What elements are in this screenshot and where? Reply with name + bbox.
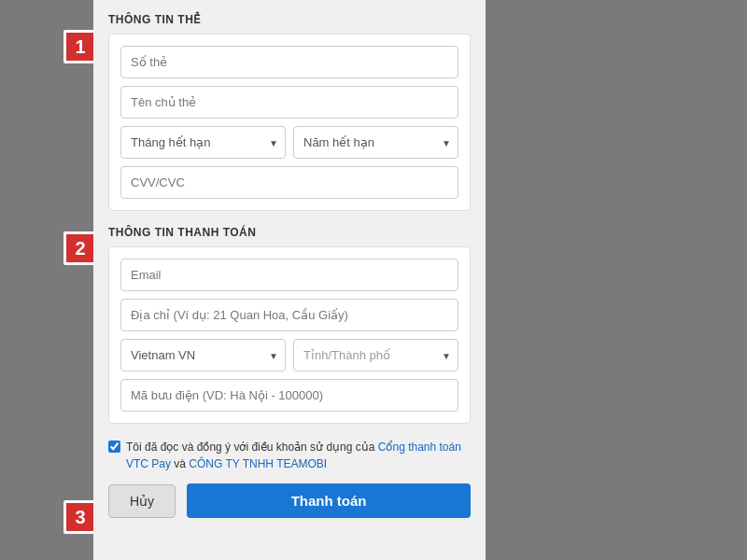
step-badge-1: 1 [63,30,97,63]
cancel-button[interactable]: Hủy [108,484,176,518]
expiry-month-select[interactable]: Tháng hết hạn [120,126,286,159]
postal-input[interactable] [120,379,458,412]
button-row: Hủy Thanh toán [108,483,471,518]
teamobi-link[interactable]: CÔNG TY TNHH TEAMOBI [189,457,327,470]
country-select[interactable]: Vietnam VN [120,339,286,371]
cvv-input[interactable] [120,166,458,199]
card-holder-input[interactable] [120,86,458,119]
city-select[interactable]: Tỉnh/Thành phố [293,339,458,371]
country-wrap: Vietnam VN ▼ [120,339,286,371]
pay-button[interactable]: Thanh toán [187,483,471,518]
expiry-month-wrap: Tháng hết hạn ▼ [120,126,286,159]
section1-title: THÔNG TIN THẺ [108,13,471,26]
consent-row: Tôi đã đọc và đồng ý với điều khoản sử d… [108,439,471,472]
consent-checkbox[interactable] [108,441,120,453]
step-3-label: 3 [75,507,85,528]
expiry-year-wrap: Năm hết hạn ▼ [293,126,458,159]
main-container: THÔNG TIN THẺ Tháng hết hạn ▼ Năm hết hạ… [93,0,486,560]
address-input[interactable] [120,299,458,331]
step-badge-2: 2 [63,231,97,265]
consent-text: Tôi đã đọc và đồng ý với điều khoản sử d… [126,439,471,472]
step-1-label: 1 [75,36,85,58]
step-badge-3: 3 [63,500,97,534]
card-info-card: Tháng hết hạn ▼ Năm hết hạn ▼ [108,34,471,211]
consent-text-between: và [171,457,189,470]
card-number-input[interactable] [120,46,458,78]
payment-info-card: Vietnam VN ▼ Tỉnh/Thành phố ▼ [108,246,471,424]
consent-text-before: Tôi đã đọc và đồng ý với điều khoản sử d… [126,441,378,454]
email-input[interactable] [120,259,458,291]
city-wrap: Tỉnh/Thành phố ▼ [293,339,458,371]
expiry-year-select[interactable]: Năm hết hạn [293,126,458,159]
step-2-label: 2 [75,238,85,259]
expiry-row: Tháng hết hạn ▼ Năm hết hạn ▼ [120,126,458,159]
country-city-row: Vietnam VN ▼ Tỉnh/Thành phố ▼ [120,339,458,371]
section2-title: THÔNG TIN THANH TOÁN [108,226,471,239]
